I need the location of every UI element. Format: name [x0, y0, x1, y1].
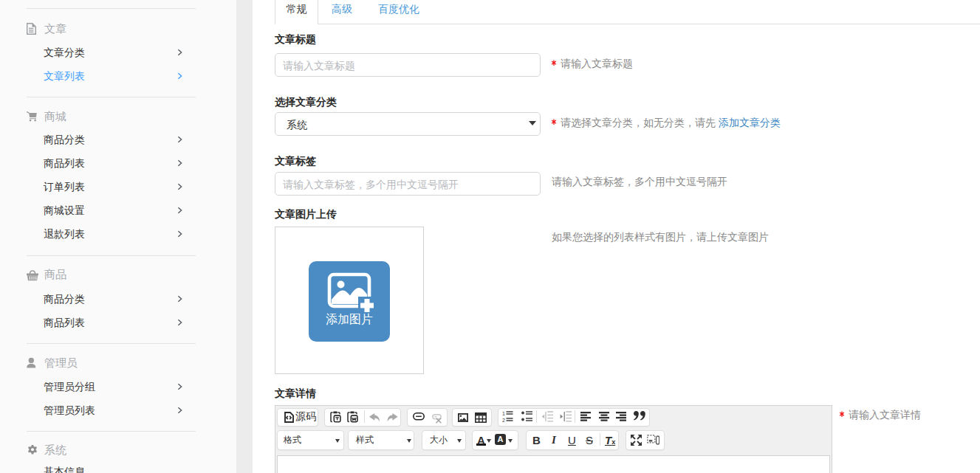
svg-text:2: 2 — [502, 418, 505, 423]
svg-text:1: 1 — [502, 411, 505, 416]
